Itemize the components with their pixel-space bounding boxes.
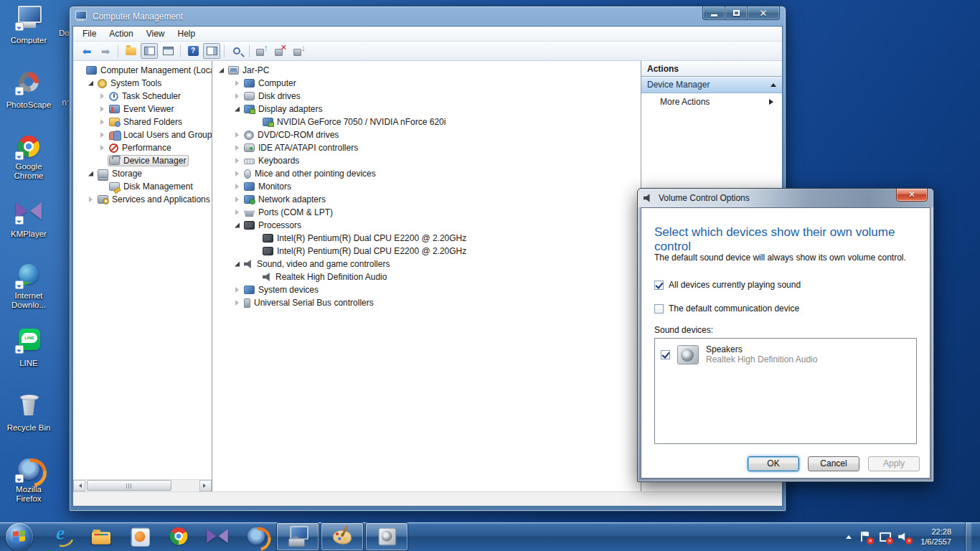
device-item-ide-ata-atapi-controllers[interactable]: IDE ATA/ATAPI controllers bbox=[212, 141, 361, 154]
toolbar-back-button[interactable] bbox=[78, 43, 95, 59]
menu-view[interactable]: View bbox=[140, 27, 171, 41]
checkbox-checked-icon[interactable] bbox=[661, 350, 670, 359]
ok-button[interactable]: OK bbox=[748, 456, 799, 471]
device-item-computer[interactable]: Computer bbox=[212, 77, 299, 90]
expand-arrow[interactable] bbox=[234, 145, 242, 151]
toolbar-export-list-button[interactable] bbox=[122, 43, 139, 59]
expand-arrow[interactable] bbox=[234, 300, 242, 306]
menu-help[interactable]: Help bbox=[171, 27, 202, 41]
expand-arrow[interactable] bbox=[99, 145, 108, 151]
expand-arrow[interactable] bbox=[234, 93, 242, 99]
expand-arrow[interactable] bbox=[234, 80, 242, 86]
toolbar-help-button[interactable] bbox=[184, 43, 202, 59]
checkbox-default-communication[interactable]: The default communication device bbox=[654, 303, 799, 314]
expand-arrow[interactable] bbox=[234, 197, 242, 202]
desktop-icon-internet-download-manager[interactable]: Internet Downlo... bbox=[1, 263, 56, 327]
device-item-display-adapters[interactable]: Display adapters bbox=[212, 103, 325, 116]
expand-arrow[interactable] bbox=[234, 107, 242, 112]
expand-arrow[interactable] bbox=[234, 158, 242, 164]
horizontal-scrollbar[interactable] bbox=[73, 479, 212, 491]
taskbar-windows-explorer[interactable] bbox=[82, 522, 121, 551]
more-actions-item[interactable]: More Actions bbox=[641, 93, 782, 110]
device-item-usb-controllers[interactable]: Universal Serial Bus controllers bbox=[212, 296, 377, 309]
taskbar-volume-control[interactable] bbox=[365, 522, 408, 551]
close-button[interactable]: ✕ bbox=[747, 6, 780, 20]
toolbar-disable-device-button[interactable] bbox=[291, 43, 308, 59]
scroll-right-button[interactable] bbox=[199, 480, 212, 491]
device-item-network-adapters[interactable]: Network adapters bbox=[212, 193, 329, 206]
toolbar-forward-button[interactable] bbox=[97, 43, 114, 59]
expand-arrow[interactable] bbox=[99, 119, 108, 125]
minimize-button[interactable] bbox=[702, 6, 725, 20]
tree-item-services-and-applications[interactable]: Services and Applications bbox=[73, 193, 212, 206]
expand-arrow[interactable] bbox=[234, 171, 242, 176]
desktop-icon-line[interactable]: LINE bbox=[1, 327, 56, 392]
device-item-intel-pentium-e2200-1[interactable]: Intel(R) Pentium(R) Dual CPU E2200 @ 2.2… bbox=[212, 232, 469, 245]
device-item-keyboards[interactable]: Keyboards bbox=[212, 154, 302, 167]
tree-item-system-tools[interactable]: System Tools bbox=[73, 77, 164, 90]
tree-item-storage[interactable]: Storage bbox=[73, 167, 145, 180]
taskbar-windows-media-player[interactable] bbox=[121, 522, 159, 551]
taskbar-internet-explorer[interactable] bbox=[43, 522, 82, 551]
expand-arrow[interactable] bbox=[99, 132, 108, 138]
device-item-ports[interactable]: Ports (COM & LPT) bbox=[212, 206, 336, 219]
action-center-alert-icon[interactable] bbox=[859, 532, 871, 542]
scrollbar-thumb[interactable] bbox=[87, 480, 171, 491]
menu-file[interactable]: File bbox=[76, 27, 103, 41]
show-desktop-button[interactable] bbox=[965, 522, 971, 551]
show-hidden-icons-button[interactable] bbox=[846, 532, 852, 539]
clock[interactable]: 22:28 1/6/2557 bbox=[918, 527, 954, 547]
expand-arrow[interactable] bbox=[99, 93, 108, 99]
tree-item-task-scheduler[interactable]: Task Scheduler bbox=[73, 90, 184, 103]
expand-arrow[interactable] bbox=[234, 287, 242, 293]
toolbar-update-driver-button[interactable] bbox=[253, 43, 270, 59]
desktop-icon-google-chrome[interactable]: Google Chrome bbox=[1, 133, 56, 198]
collapse-arrow-icon[interactable] bbox=[771, 80, 776, 87]
tree-item-local-users-and-groups[interactable]: Local Users and Groups bbox=[73, 128, 212, 141]
menu-action[interactable]: Action bbox=[103, 27, 139, 41]
network-error-icon[interactable] bbox=[879, 532, 890, 542]
expand-arrow[interactable] bbox=[234, 262, 242, 267]
scroll-left-button[interactable] bbox=[73, 480, 85, 491]
desktop-icon-photoscape[interactable]: PhotoScape bbox=[1, 69, 56, 133]
device-item-intel-pentium-e2200-2[interactable]: Intel(R) Pentium(R) Dual CPU E2200 @ 2.2… bbox=[212, 245, 469, 258]
taskbar-computer-management[interactable] bbox=[276, 522, 319, 551]
device-item-dvd-cd-rom-drives[interactable]: DVD/CD-ROM drives bbox=[212, 128, 341, 141]
expand-arrow[interactable] bbox=[234, 209, 242, 215]
volume-muted-icon[interactable] bbox=[898, 532, 910, 542]
expand-arrow[interactable] bbox=[88, 197, 96, 202]
device-item-processors[interactable]: Processors bbox=[212, 219, 304, 232]
sound-devices-list[interactable]: Speakers Realtek High Definition Audio bbox=[654, 338, 917, 444]
device-item-jar-pc[interactable]: Jar-PC bbox=[212, 64, 272, 77]
expand-arrow[interactable] bbox=[234, 184, 242, 189]
expand-arrow[interactable] bbox=[218, 68, 227, 73]
device-item-sound-video-game-controllers[interactable]: Sound, video and game controllers bbox=[212, 258, 392, 270]
dialog-titlebar[interactable]: Volume Control Options bbox=[638, 189, 933, 207]
desktop-icon-computer[interactable]: Computer bbox=[1, 4, 56, 69]
tree-item-performance[interactable]: Performance bbox=[73, 141, 174, 154]
actions-device-manager-section[interactable]: Device Manager bbox=[641, 77, 782, 93]
device-item-system-devices[interactable]: System devices bbox=[212, 283, 321, 296]
checkbox-checked-icon[interactable] bbox=[654, 281, 664, 290]
device-item-nvidia-geforce-7050[interactable]: NVIDIA GeForce 7050 / NVIDIA nForce 620i bbox=[212, 116, 448, 128]
toolbar-show-console-tree-button[interactable] bbox=[141, 43, 158, 59]
toolbar-uninstall-device-button[interactable] bbox=[272, 43, 289, 59]
apply-button[interactable]: Apply bbox=[868, 456, 920, 471]
taskbar-paint[interactable] bbox=[321, 522, 364, 551]
taskbar-google-chrome[interactable] bbox=[159, 522, 198, 551]
desktop-icon-recycle-bin[interactable]: Recycle Bin bbox=[1, 392, 56, 456]
dialog-close-button[interactable]: ✕ bbox=[896, 189, 928, 202]
tree-item-device-manager[interactable]: Device Manager bbox=[73, 154, 189, 167]
toolbar-scan-hardware-changes-button[interactable] bbox=[228, 43, 245, 59]
start-button[interactable] bbox=[6, 523, 33, 550]
expand-arrow[interactable] bbox=[88, 171, 96, 176]
checkbox-unchecked-icon[interactable] bbox=[654, 304, 664, 314]
device-item-realtek-hd-audio[interactable]: Realtek High Definition Audio bbox=[212, 270, 390, 283]
tree-item-computer-management[interactable]: Computer Management (Local bbox=[73, 64, 212, 77]
tree-item-event-viewer[interactable]: Event Viewer bbox=[73, 103, 176, 116]
window-titlebar[interactable]: Computer Management ✕ bbox=[70, 6, 786, 26]
toolbar-properties-button[interactable] bbox=[159, 43, 176, 59]
checkbox-all-devices[interactable]: All devices currently playing sound bbox=[654, 280, 801, 290]
tree-item-disk-management[interactable]: Disk Management bbox=[73, 180, 196, 193]
taskbar-firefox[interactable] bbox=[237, 522, 275, 551]
